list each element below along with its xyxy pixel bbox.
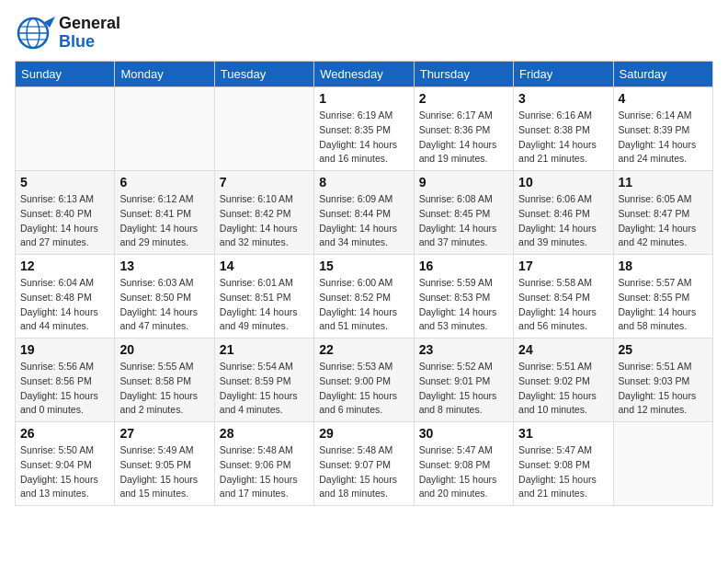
calendar-cell: 22Sunrise: 5:53 AM Sunset: 9:00 PM Dayli… (314, 339, 414, 422)
calendar-cell: 10Sunrise: 6:06 AM Sunset: 8:46 PM Dayli… (514, 171, 613, 255)
logo-icon (15, 15, 55, 52)
day-number: 7 (220, 175, 309, 190)
calendar-cell: 11Sunrise: 6:05 AM Sunset: 8:47 PM Dayli… (613, 171, 712, 255)
day-info: Sunrise: 5:58 AM Sunset: 8:54 PM Dayligh… (518, 276, 608, 334)
day-number: 2 (419, 91, 508, 106)
day-number: 27 (119, 426, 209, 441)
day-number: 15 (319, 259, 408, 273)
day-info: Sunrise: 6:08 AM Sunset: 8:45 PM Dayligh… (419, 192, 508, 250)
day-number: 24 (518, 342, 608, 357)
weekday-header-friday: Friday (514, 62, 613, 87)
day-number: 17 (518, 259, 608, 273)
day-number: 1 (319, 91, 408, 106)
day-info: Sunrise: 6:14 AM Sunset: 8:39 PM Dayligh… (619, 109, 708, 167)
day-info: Sunrise: 5:51 AM Sunset: 9:02 PM Dayligh… (518, 360, 608, 418)
calendar-cell: 19Sunrise: 5:56 AM Sunset: 8:56 PM Dayli… (16, 339, 115, 422)
calendar-cell: 15Sunrise: 6:00 AM Sunset: 8:52 PM Dayli… (314, 255, 414, 339)
day-info: Sunrise: 6:05 AM Sunset: 8:47 PM Dayligh… (619, 192, 708, 250)
day-number: 6 (119, 175, 209, 190)
calendar-cell: 31Sunrise: 5:47 AM Sunset: 9:08 PM Dayli… (514, 422, 613, 506)
calendar-cell: 3Sunrise: 6:16 AM Sunset: 8:38 PM Daylig… (514, 87, 613, 171)
calendar-cell: 8Sunrise: 6:09 AM Sunset: 8:44 PM Daylig… (314, 171, 414, 255)
calendar-cell: 4Sunrise: 6:14 AM Sunset: 8:39 PM Daylig… (613, 87, 712, 171)
day-info: Sunrise: 6:03 AM Sunset: 8:50 PM Dayligh… (119, 276, 209, 334)
calendar-cell (115, 87, 214, 171)
calendar-cell: 12Sunrise: 6:04 AM Sunset: 8:48 PM Dayli… (16, 255, 115, 339)
calendar-cell (214, 87, 313, 171)
calendar-cell: 25Sunrise: 5:51 AM Sunset: 9:03 PM Dayli… (613, 339, 712, 422)
day-number: 26 (20, 426, 109, 441)
calendar-cell: 30Sunrise: 5:47 AM Sunset: 9:08 PM Dayli… (414, 422, 513, 506)
weekday-header-monday: Monday (115, 62, 214, 87)
calendar-cell: 9Sunrise: 6:08 AM Sunset: 8:45 PM Daylig… (414, 171, 513, 255)
calendar: SundayMondayTuesdayWednesdayThursdayFrid… (15, 61, 713, 506)
day-number: 30 (419, 426, 508, 441)
day-number: 18 (619, 259, 708, 273)
day-info: Sunrise: 6:12 AM Sunset: 8:41 PM Dayligh… (119, 192, 209, 250)
weekday-header-thursday: Thursday (414, 62, 513, 87)
day-number: 25 (619, 342, 708, 357)
logo-text-blue: Blue (59, 33, 120, 52)
day-number: 29 (319, 426, 408, 441)
day-info: Sunrise: 6:17 AM Sunset: 8:36 PM Dayligh… (419, 109, 508, 167)
calendar-cell: 21Sunrise: 5:54 AM Sunset: 8:59 PM Dayli… (214, 339, 313, 422)
week-row-2: 12Sunrise: 6:04 AM Sunset: 8:48 PM Dayli… (16, 255, 713, 339)
logo: General Blue (15, 15, 120, 52)
day-info: Sunrise: 5:53 AM Sunset: 9:00 PM Dayligh… (319, 360, 408, 418)
day-number: 28 (220, 426, 309, 441)
calendar-cell: 13Sunrise: 6:03 AM Sunset: 8:50 PM Dayli… (115, 255, 214, 339)
day-number: 8 (319, 175, 408, 190)
day-number: 22 (319, 342, 408, 357)
weekday-header-tuesday: Tuesday (214, 62, 313, 87)
calendar-cell: 24Sunrise: 5:51 AM Sunset: 9:02 PM Dayli… (514, 339, 613, 422)
calendar-cell: 29Sunrise: 5:48 AM Sunset: 9:07 PM Dayli… (314, 422, 414, 506)
day-number: 20 (119, 342, 209, 357)
calendar-cell: 23Sunrise: 5:52 AM Sunset: 9:01 PM Dayli… (414, 339, 513, 422)
day-number: 12 (20, 259, 109, 273)
day-info: Sunrise: 5:57 AM Sunset: 8:55 PM Dayligh… (619, 276, 708, 334)
day-info: Sunrise: 5:54 AM Sunset: 8:59 PM Dayligh… (220, 360, 309, 418)
day-info: Sunrise: 5:59 AM Sunset: 8:53 PM Dayligh… (419, 276, 508, 334)
day-info: Sunrise: 5:50 AM Sunset: 9:04 PM Dayligh… (20, 443, 109, 501)
day-info: Sunrise: 6:00 AM Sunset: 8:52 PM Dayligh… (319, 276, 408, 334)
week-row-3: 19Sunrise: 5:56 AM Sunset: 8:56 PM Dayli… (16, 339, 713, 422)
day-number: 11 (619, 175, 708, 190)
day-info: Sunrise: 6:16 AM Sunset: 8:38 PM Dayligh… (518, 109, 608, 167)
day-info: Sunrise: 6:04 AM Sunset: 8:48 PM Dayligh… (20, 276, 109, 334)
day-info: Sunrise: 6:09 AM Sunset: 8:44 PM Dayligh… (319, 192, 408, 250)
day-info: Sunrise: 5:49 AM Sunset: 9:05 PM Dayligh… (119, 443, 209, 501)
week-row-0: 1Sunrise: 6:19 AM Sunset: 8:35 PM Daylig… (16, 87, 713, 171)
day-number: 31 (518, 426, 608, 441)
calendar-cell: 28Sunrise: 5:48 AM Sunset: 9:06 PM Dayli… (214, 422, 313, 506)
logo-text-general: General (59, 15, 120, 33)
day-number: 23 (419, 342, 508, 357)
day-number: 19 (20, 342, 109, 357)
day-number: 16 (419, 259, 508, 273)
calendar-cell: 1Sunrise: 6:19 AM Sunset: 8:35 PM Daylig… (314, 87, 414, 171)
day-info: Sunrise: 6:06 AM Sunset: 8:46 PM Dayligh… (518, 192, 608, 250)
week-row-4: 26Sunrise: 5:50 AM Sunset: 9:04 PM Dayli… (16, 422, 713, 506)
calendar-cell: 20Sunrise: 5:55 AM Sunset: 8:58 PM Dayli… (115, 339, 214, 422)
calendar-cell: 17Sunrise: 5:58 AM Sunset: 8:54 PM Dayli… (514, 255, 613, 339)
day-number: 21 (220, 342, 309, 357)
calendar-cell (613, 422, 712, 506)
day-info: Sunrise: 5:48 AM Sunset: 9:07 PM Dayligh… (319, 443, 408, 501)
calendar-cell: 7Sunrise: 6:10 AM Sunset: 8:42 PM Daylig… (214, 171, 313, 255)
day-number: 4 (619, 91, 708, 106)
day-number: 9 (419, 175, 508, 190)
calendar-cell: 16Sunrise: 5:59 AM Sunset: 8:53 PM Dayli… (414, 255, 513, 339)
day-info: Sunrise: 5:56 AM Sunset: 8:56 PM Dayligh… (20, 360, 109, 418)
page-header: General Blue (15, 15, 713, 52)
calendar-cell: 14Sunrise: 6:01 AM Sunset: 8:51 PM Dayli… (214, 255, 313, 339)
day-info: Sunrise: 6:19 AM Sunset: 8:35 PM Dayligh… (319, 109, 408, 167)
day-info: Sunrise: 5:47 AM Sunset: 9:08 PM Dayligh… (419, 443, 508, 501)
day-number: 5 (20, 175, 109, 190)
calendar-cell: 2Sunrise: 6:17 AM Sunset: 8:36 PM Daylig… (414, 87, 513, 171)
weekday-header-sunday: Sunday (16, 62, 115, 87)
day-number: 13 (119, 259, 209, 273)
calendar-cell: 6Sunrise: 6:12 AM Sunset: 8:41 PM Daylig… (115, 171, 214, 255)
calendar-cell: 18Sunrise: 5:57 AM Sunset: 8:55 PM Dayli… (613, 255, 712, 339)
day-info: Sunrise: 5:55 AM Sunset: 8:58 PM Dayligh… (119, 360, 209, 418)
weekday-header-row: SundayMondayTuesdayWednesdayThursdayFrid… (16, 62, 713, 87)
day-info: Sunrise: 6:01 AM Sunset: 8:51 PM Dayligh… (220, 276, 309, 334)
